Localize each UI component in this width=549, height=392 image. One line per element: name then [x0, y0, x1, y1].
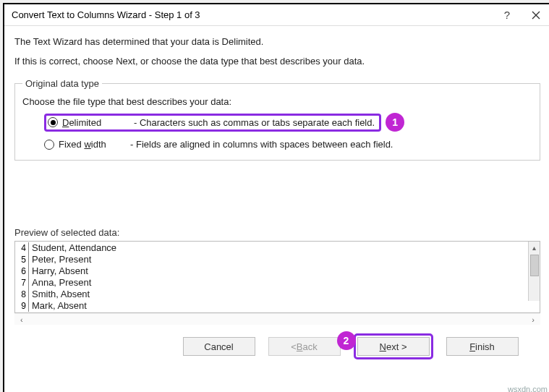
preview-row: 7Anna, Present — [16, 277, 539, 289]
preview-line-text: Smith, Absent — [29, 289, 90, 300]
choose-label: Choose the file type that best describes… — [22, 96, 532, 107]
scroll-up-icon: ▴ — [529, 242, 540, 253]
button-footer: Cancel < Back 2 Next > Finish — [174, 325, 540, 368]
intro-text-1: The Text Wizard has determined that your… — [14, 36, 540, 47]
radio-delimited-desc: - Characters such as commas or tabs sepa… — [134, 117, 375, 128]
radio-fixed-desc: - Fields are aligned in columns with spa… — [130, 139, 393, 150]
preview-line-number: 7 — [16, 277, 29, 289]
preview-line-text: Anna, Present — [29, 277, 91, 289]
preview-row: 8Smith, Absent — [16, 289, 539, 300]
close-icon — [532, 11, 540, 20]
next-button[interactable]: Next > — [357, 337, 430, 356]
scroll-left-icon: ‹ — [20, 315, 23, 324]
help-button[interactable]: ? — [493, 5, 522, 25]
preview-line-text: Peter, Present — [29, 254, 91, 265]
preview-line-text: Mark, Absent — [29, 300, 87, 312]
cancel-button[interactable]: Cancel — [183, 337, 255, 356]
scroll-right-icon: › — [532, 315, 535, 324]
dialog-body: The Text Wizard has determined that your… — [4, 26, 549, 392]
preview-row: 5Peter, Present — [16, 254, 539, 265]
radio-delimited-label[interactable]: Delimited — [62, 117, 124, 128]
option-delimited-row: Delimited - Characters such as commas or… — [44, 113, 532, 132]
radio-fixed-width[interactable] — [44, 140, 54, 150]
preview-line-text: Student, Attendance — [29, 242, 116, 254]
preview-row: 9Mark, Absent — [16, 300, 539, 312]
preview-label: Preview of selected data: — [14, 227, 540, 238]
highlight-next: 2 Next > — [354, 333, 433, 359]
radio-fixed-label[interactable]: Fixed width — [59, 139, 120, 150]
wizard-dialog: Convert Text to Columns Wizard - Step 1 … — [3, 3, 549, 392]
preview-line-number: 6 — [16, 265, 29, 277]
preview-content: 4Student, Attendance5Peter, Present6Harr… — [15, 242, 540, 312]
close-button[interactable] — [522, 5, 549, 25]
option-fixed-row: Fixed width - Fields are aligned in colu… — [44, 139, 532, 150]
title-bar: Convert Text to Columns Wizard - Step 1 … — [4, 4, 549, 26]
preview-line-text: Harry, Absent — [29, 265, 88, 277]
annotation-badge-2: 2 — [337, 331, 356, 350]
scroll-thumb[interactable] — [530, 255, 539, 276]
preview-row: 6Harry, Absent — [16, 265, 539, 277]
preview-horizontal-scrollbar[interactable]: ‹ › — [14, 313, 540, 325]
back-button: < Back — [268, 337, 341, 356]
group-legend: Original data type — [22, 78, 102, 89]
preview-row: 4Student, Attendance — [16, 242, 539, 254]
annotation-badge-1: 1 — [386, 113, 404, 132]
preview-line-number: 4 — [16, 242, 29, 254]
preview-line-number: 8 — [16, 289, 29, 300]
dialog-title: Convert Text to Columns Wizard - Step 1 … — [12, 9, 493, 20]
radio-delimited[interactable] — [48, 117, 58, 127]
preview-zone: Preview of selected data: 4Student, Atte… — [14, 227, 540, 325]
finish-button[interactable]: Finish — [446, 337, 519, 356]
highlight-delimited: Delimited - Characters such as commas or… — [44, 114, 381, 132]
preview-line-number: 5 — [16, 254, 29, 265]
intro-text-2: If this is correct, choose Next, or choo… — [14, 56, 540, 67]
preview-box: 4Student, Attendance5Peter, Present6Harr… — [14, 241, 540, 313]
preview-vertical-scrollbar[interactable]: ▴ — [528, 242, 540, 301]
preview-line-number: 9 — [16, 300, 29, 312]
original-data-type-group: Original data type Choose the file type … — [14, 78, 540, 161]
